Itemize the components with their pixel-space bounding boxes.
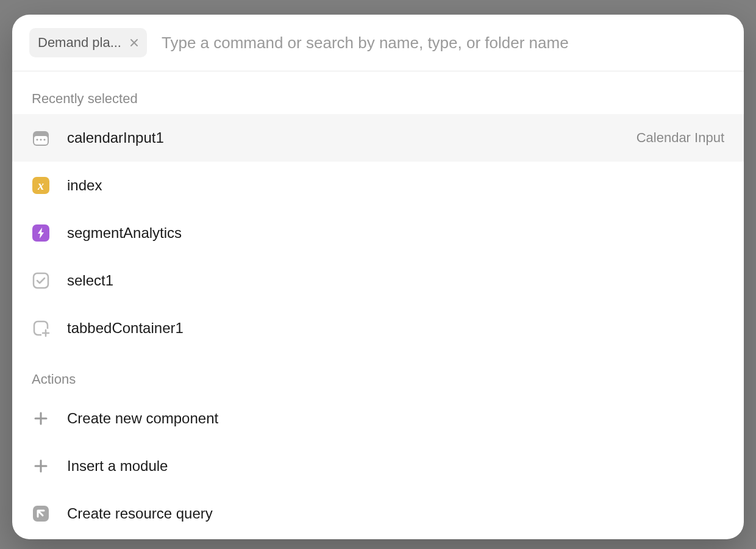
list-item-meta: Calendar Input xyxy=(637,130,724,146)
list-item[interactable]: x index xyxy=(12,162,744,209)
list-item-label: segmentAnalytics xyxy=(67,224,707,242)
list-item[interactable]: Insert a module xyxy=(12,442,744,490)
container-add-icon xyxy=(32,319,50,337)
list-item[interactable]: select1 xyxy=(12,257,744,304)
list-item-label: tabbedContainer1 xyxy=(67,320,707,337)
lightning-icon xyxy=(32,224,50,242)
svg-point-3 xyxy=(40,138,41,140)
section-header-recent: Recently selected xyxy=(12,71,744,114)
svg-rect-8 xyxy=(34,273,48,288)
context-chip-label: Demand pla... xyxy=(38,35,121,51)
list-item-label: Create resource query xyxy=(67,505,724,522)
list-item[interactable]: tabbedContainer1 xyxy=(12,304,744,352)
list-item-label: Create new component xyxy=(67,410,724,427)
search-row: Demand pla... xyxy=(12,15,744,71)
checkbox-icon xyxy=(32,271,50,290)
list-item[interactable]: calendarInput1 Calendar Input xyxy=(12,114,744,162)
variable-icon: x xyxy=(32,176,50,195)
list-item-label: calendarInput1 xyxy=(67,129,619,146)
list-item[interactable]: Create resource query xyxy=(12,490,744,537)
list-item[interactable]: Create new component xyxy=(12,395,744,442)
context-chip[interactable]: Demand pla... xyxy=(29,28,147,57)
query-icon xyxy=(32,504,50,523)
calendar-icon xyxy=(32,129,50,147)
plus-icon xyxy=(32,457,50,475)
section-header-actions: Actions xyxy=(12,352,744,395)
plus-icon xyxy=(32,409,50,428)
close-icon[interactable] xyxy=(130,37,138,49)
list-item[interactable]: segmentAnalytics xyxy=(12,209,744,257)
list-item-label: Insert a module xyxy=(67,458,724,475)
list-item-label: index xyxy=(67,177,707,194)
search-input[interactable] xyxy=(162,34,727,52)
svg-point-4 xyxy=(43,138,45,140)
command-palette: Demand pla... Recently selected calendar… xyxy=(12,15,744,539)
svg-point-2 xyxy=(36,138,38,140)
list-item-label: select1 xyxy=(67,272,707,289)
svg-text:x: x xyxy=(37,179,44,192)
